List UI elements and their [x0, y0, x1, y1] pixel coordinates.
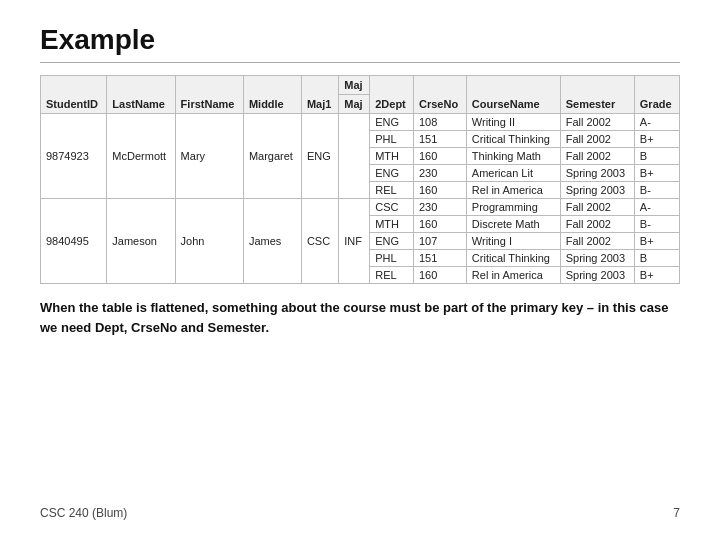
table-cell-grade: B+ — [634, 267, 679, 284]
table-cell-semester: Fall 2002 — [560, 216, 634, 233]
col-maj1: Maj1 — [301, 76, 338, 114]
table-cell-grade: B — [634, 250, 679, 267]
footer: CSC 240 (Blum) 7 — [40, 506, 680, 520]
col-coursename: CourseName — [466, 76, 560, 114]
table-cell: 9874923 — [41, 114, 107, 199]
table-cell-coursename: Writing II — [466, 114, 560, 131]
table-cell: ENG — [301, 114, 338, 199]
col-studentid: StudentID — [41, 76, 107, 114]
table-cell-grade: B+ — [634, 233, 679, 250]
table-cell-semester: Spring 2003 — [560, 250, 634, 267]
table-cell-semester: Fall 2002 — [560, 199, 634, 216]
table-cell-coursename: Rel in America — [466, 182, 560, 199]
table-cell-crseno: 107 — [414, 233, 467, 250]
table-row: 9840495JamesonJohnJamesCSCINFCSC230Progr… — [41, 199, 680, 216]
table-cell: 9840495 — [41, 199, 107, 284]
table-cell-coursename: Rel in America — [466, 267, 560, 284]
table-cell-crseno: 160 — [414, 148, 467, 165]
table-cell: John — [175, 199, 243, 284]
table-cell: CSC — [301, 199, 338, 284]
table-cell-crseno: 108 — [414, 114, 467, 131]
table-row: 9874923McDermottMaryMargaretENGENG108Wri… — [41, 114, 680, 131]
footer-right: 7 — [673, 506, 680, 520]
table-cell-dept2: ENG — [370, 114, 414, 131]
footer-left: CSC 240 (Blum) — [40, 506, 127, 520]
table-cell-semester: Fall 2002 — [560, 233, 634, 250]
col-2dept: 2Dept — [370, 76, 414, 114]
table-cell-coursename: American Lit — [466, 165, 560, 182]
table-cell-coursename: Thinking Math — [466, 148, 560, 165]
table-cell: Mary — [175, 114, 243, 199]
data-table: StudentID LastName FirstName Middle Maj1… — [40, 75, 680, 284]
table-cell-coursename: Discrete Math — [466, 216, 560, 233]
table-cell: McDermott — [107, 114, 175, 199]
table-cell: Margaret — [243, 114, 301, 199]
table-cell-grade: A- — [634, 199, 679, 216]
col-middle: Middle — [243, 76, 301, 114]
table-cell-dept2: PHL — [370, 131, 414, 148]
table-cell-crseno: 230 — [414, 165, 467, 182]
table-cell — [339, 114, 370, 199]
table-cell-grade: B — [634, 148, 679, 165]
page: Example StudentID LastName FirstName Mid… — [0, 0, 720, 540]
table-cell-grade: B+ — [634, 165, 679, 182]
table-cell-dept2: REL — [370, 267, 414, 284]
description-text: When the table is flattened, something a… — [40, 298, 680, 337]
col-lastname: LastName — [107, 76, 175, 114]
table-cell-coursename: Critical Thinking — [466, 250, 560, 267]
table-cell-grade: B+ — [634, 131, 679, 148]
col-grade: Grade — [634, 76, 679, 114]
col-semester: Semester — [560, 76, 634, 114]
table-cell-coursename: Programming — [466, 199, 560, 216]
table-cell-crseno: 160 — [414, 182, 467, 199]
table-cell-crseno: 151 — [414, 131, 467, 148]
table-cell-coursename: Writing I — [466, 233, 560, 250]
table-cell: James — [243, 199, 301, 284]
table-cell-semester: Fall 2002 — [560, 114, 634, 131]
table-cell-crseno: 230 — [414, 199, 467, 216]
table-cell-grade: A- — [634, 114, 679, 131]
table-cell-crseno: 160 — [414, 216, 467, 233]
table-cell-semester: Spring 2003 — [560, 267, 634, 284]
table-cell-crseno: 160 — [414, 267, 467, 284]
table-cell: Jameson — [107, 199, 175, 284]
table-cell-crseno: 151 — [414, 250, 467, 267]
table-cell-semester: Fall 2002 — [560, 131, 634, 148]
table-cell-dept2: PHL — [370, 250, 414, 267]
table-cell: INF — [339, 199, 370, 284]
table-cell-semester: Spring 2003 — [560, 165, 634, 182]
col-maj-top: Maj — [339, 76, 370, 95]
table-cell-dept2: ENG — [370, 165, 414, 182]
table-cell-dept2: MTH — [370, 216, 414, 233]
table-cell-coursename: Critical Thinking — [466, 131, 560, 148]
col-firstname: FirstName — [175, 76, 243, 114]
table-cell-dept2: CSC — [370, 199, 414, 216]
table-cell-dept2: MTH — [370, 148, 414, 165]
table-cell-grade: B- — [634, 182, 679, 199]
col-maj2: Maj — [339, 95, 370, 114]
title-divider — [40, 62, 680, 63]
page-title: Example — [40, 24, 680, 56]
table-cell-grade: B- — [634, 216, 679, 233]
table-cell-dept2: ENG — [370, 233, 414, 250]
table-cell-dept2: REL — [370, 182, 414, 199]
table-cell-semester: Fall 2002 — [560, 148, 634, 165]
table-cell-semester: Spring 2003 — [560, 182, 634, 199]
col-crseno: CrseNo — [414, 76, 467, 114]
